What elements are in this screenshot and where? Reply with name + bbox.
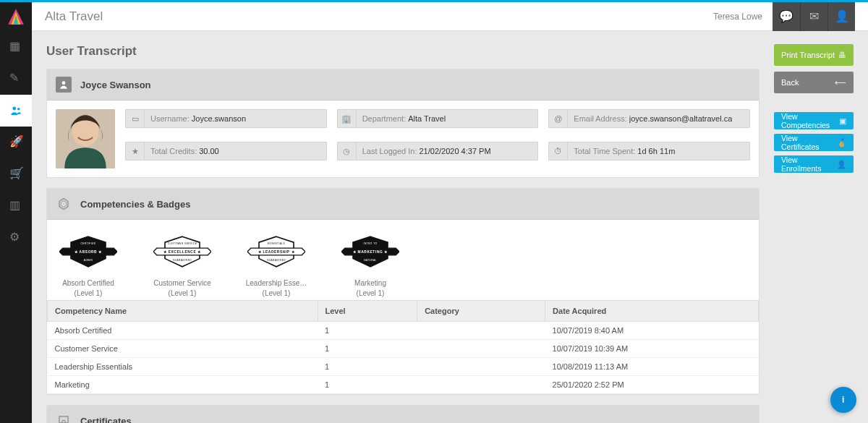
view-competencies-button[interactable]: View Competencies ▣	[774, 112, 854, 129]
print-transcript-button[interactable]: Print Transcript 🖶	[774, 44, 854, 66]
mail-icon: ✉	[809, 11, 819, 22]
svg-text:★ LEADERSHIP ★: ★ LEADERSHIP ★	[258, 250, 295, 254]
certificate-icon	[56, 413, 72, 423]
svg-text:CUSTOMER SERVICE: CUSTOMER SERVICE	[168, 242, 197, 245]
back-button[interactable]: Back ⟵	[774, 72, 854, 93]
header-profile-button[interactable]: 👤	[827, 2, 855, 31]
competency-icon: ▣	[839, 116, 846, 125]
timer-icon: ⏱	[554, 147, 562, 155]
badge-level: (Level 1)	[338, 289, 403, 297]
table-icon: ▥	[9, 200, 22, 213]
printer-icon: 🖶	[838, 51, 846, 59]
svg-text:CERTIFIED: CERTIFIED	[80, 242, 95, 245]
avatar	[56, 109, 115, 168]
svg-text:★ ABSORB ★: ★ ABSORB ★	[75, 250, 102, 254]
main-scroll[interactable]: User Transcript Joyce Swanson	[32, 31, 868, 423]
app-header: Alta Travel Teresa Lowe 💬 ✉ 👤	[32, 2, 868, 31]
svg-text:★ MARKETING ★: ★ MARKETING ★	[353, 250, 388, 254]
badge-level: (Level 1)	[150, 289, 215, 297]
badge-name: Customer Service	[150, 279, 215, 287]
current-user-label[interactable]: Teresa Lowe	[713, 12, 762, 22]
cart-icon: 🛒	[9, 168, 22, 181]
field-department: 🏢 Department: Alta Travel	[337, 109, 539, 128]
field-last-login: ◷ Last Logged In: 21/02/2020 4:37 PM	[337, 142, 539, 161]
badge-card[interactable]: ESSENTIALS ★ LEADERSHIP ★ GUARANTEED Lea…	[244, 233, 309, 297]
rocket-icon: 🚀	[9, 136, 22, 149]
badge-name: Marketing	[338, 279, 403, 287]
back-arrow-icon: ⟵	[835, 78, 846, 87]
clock-icon: ◷	[343, 147, 350, 156]
view-certificates-button[interactable]: View Certificates 🏅	[774, 134, 854, 151]
info-icon: i	[842, 395, 844, 405]
competencies-panel: Competencies & Badges CERTIFIED ★ ABSORB…	[46, 188, 760, 395]
badge-card[interactable]: CUSTOMER SERVICE ★ EXCELLENCE ★ GUARANTE…	[150, 233, 215, 297]
svg-text:★ EXCELLENCE ★: ★ EXCELLENCE ★	[163, 250, 201, 254]
svg-text:ESSENTIALS: ESSENTIALS	[268, 242, 285, 245]
svg-rect-30	[59, 416, 68, 423]
table-header[interactable]: Competency Name	[48, 301, 318, 322]
gear-icon: ⚙	[9, 231, 22, 244]
table-header[interactable]: Level	[318, 301, 417, 322]
page-title: User Transcript	[46, 44, 760, 59]
competencies-header: Competencies & Badges	[47, 189, 759, 220]
view-enrollments-button[interactable]: View Enrollments 👤	[774, 155, 854, 173]
badge-name: Leadership Esse…	[244, 279, 309, 287]
nav-cart[interactable]: 🛒	[0, 158, 32, 190]
brand-logo[interactable]	[0, 2, 32, 31]
chat-icon: 💬	[779, 11, 793, 22]
nav-launch[interactable]: 🚀	[0, 127, 32, 158]
app-title: Alta Travel	[45, 9, 103, 24]
svg-marker-8	[59, 199, 68, 210]
competencies-table: Competency NameLevelCategoryDate Acquire…	[47, 300, 759, 394]
nav-reports[interactable]: ▥	[0, 190, 32, 222]
actions-sidebar: Print Transcript 🖶 Back ⟵ View Competenc…	[774, 44, 854, 177]
nav-users[interactable]	[0, 95, 32, 127]
star-icon: ★	[132, 147, 139, 156]
nav-dashboard[interactable]: ▦	[0, 31, 32, 63]
table-row[interactable]: Marketing125/01/2020 2:52 PM	[48, 376, 759, 394]
badge-level: (Level 1)	[244, 289, 309, 297]
nav-settings[interactable]: ⚙	[0, 222, 32, 254]
at-icon: @	[554, 114, 562, 123]
field-credits: ★ Total Credits: 30.00	[125, 142, 327, 161]
badge-name: Absorb Certified	[56, 279, 121, 287]
users-icon	[9, 104, 22, 117]
certificates-header: Certificates	[47, 406, 759, 423]
table-row[interactable]: Leadership Essentials110/08/2019 11:13 A…	[48, 358, 759, 376]
svg-text:GUARANTEED: GUARANTEED	[173, 259, 192, 262]
svg-text:GUARANTEED: GUARANTEED	[267, 259, 286, 262]
svg-marker-9	[61, 201, 67, 208]
badge-card[interactable]: CERTIFIED ★ ABSORB ★ ADMIN Absorb Certif…	[56, 233, 121, 297]
certificates-panel: Certificates	[46, 405, 760, 423]
dashboard-icon: ▦	[9, 40, 22, 54]
person-icon	[56, 77, 72, 93]
svg-text:ADMIN: ADMIN	[84, 259, 93, 262]
header-mail-button[interactable]: ✉	[800, 2, 827, 31]
header-chat-button[interactable]: 💬	[773, 2, 800, 31]
badge-level: (Level 1)	[56, 289, 121, 297]
nav-compose[interactable]: ✎	[0, 63, 32, 95]
svg-point-3	[12, 107, 16, 111]
edit-icon: ✎	[9, 72, 22, 85]
left-nav-rail: ▦ ✎ 🚀 🛒 ▥ ⚙	[0, 2, 32, 423]
badge-card[interactable]: INTRO TO ★ MARKETING ★ NATURAL Marketing…	[338, 233, 403, 297]
table-header[interactable]: Date Acquired	[545, 301, 759, 322]
subject-name: Joyce Swanson	[80, 80, 151, 90]
table-row[interactable]: Absorb Certified110/07/2019 8:40 AM	[48, 322, 759, 340]
table-row[interactable]: Customer Service110/07/2019 10:39 AM	[48, 340, 759, 358]
user-info-panel: Joyce Swanson	[46, 69, 760, 178]
user-icon: 👤	[835, 11, 849, 22]
enroll-icon: 👤	[837, 160, 846, 169]
trophy-icon: 🏅	[837, 138, 846, 148]
competencies-title: Competencies & Badges	[80, 199, 190, 210]
user-info-header: Joyce Swanson	[47, 69, 759, 101]
table-header[interactable]: Category	[417, 301, 545, 322]
certificates-title: Certificates	[80, 416, 132, 424]
svg-point-5	[62, 81, 66, 85]
svg-point-4	[17, 108, 20, 111]
svg-text:INTRO TO: INTRO TO	[364, 242, 378, 245]
svg-text:NATURAL: NATURAL	[364, 259, 376, 262]
field-time-spent: ⏱ Total Time Spent: 1d 6h 11m	[548, 142, 750, 161]
id-icon: ▭	[132, 114, 139, 124]
badge-icon	[56, 196, 72, 212]
